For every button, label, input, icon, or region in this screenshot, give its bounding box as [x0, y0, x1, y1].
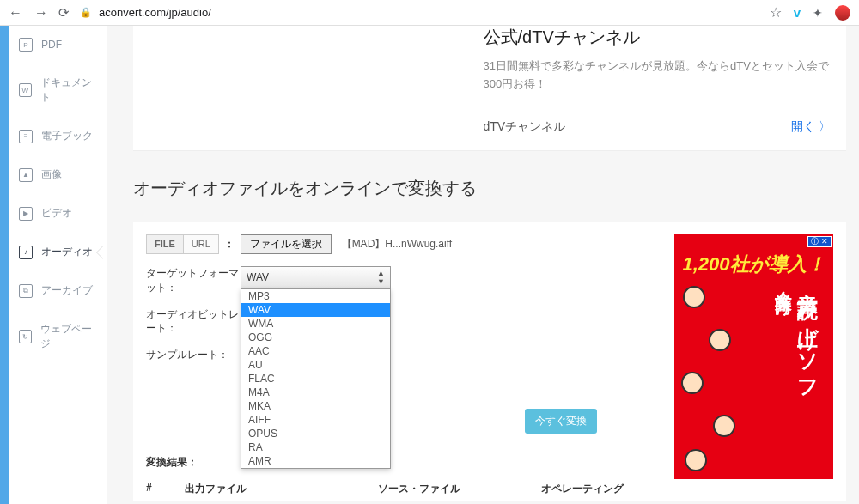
format-option-opus[interactable]: OPUS: [241, 427, 390, 440]
browser-toolbar: ← → ⟳ 🔒 aconvert.com/jp/audio/ ☆ v ✦: [0, 0, 859, 26]
tab-separator: ：: [224, 238, 235, 250]
label-sample-rate: サンプルレート：: [146, 348, 241, 362]
format-option-mp3[interactable]: MP3: [241, 289, 390, 303]
ad-character-icon: [681, 372, 704, 394]
results-label: 変換結果：: [146, 455, 674, 470]
sidebar-item-pdf[interactable]: PPDF: [9, 26, 107, 64]
ad-character-icon: [709, 329, 731, 351]
sidebar-item-image[interactable]: ▲画像: [9, 155, 107, 194]
main-area: 公式/dTVチャンネル 31日間無料で多彩なチャンネルが見放題。今ならdTVとセ…: [107, 26, 859, 504]
format-option-aiff[interactable]: AIFF: [241, 413, 390, 427]
webpage-icon: ↻: [19, 330, 32, 343]
results-header-row: # 出力ファイル ソース・ファイル オペレーティング: [133, 477, 674, 501]
format-option-au[interactable]: AU: [241, 358, 390, 372]
col-operating: オペレーティング: [541, 482, 661, 496]
caret-updown-icon: ▲▼: [377, 269, 385, 286]
col-output: 出力ファイル: [185, 482, 378, 496]
archive-icon: ⧉: [19, 284, 33, 298]
page-title: オーディオファイルをオンラインで変換する: [133, 177, 859, 200]
document-icon: W: [19, 83, 32, 97]
back-button[interactable]: ←: [9, 5, 22, 21]
sidebar-item-label: ウェブページ: [40, 322, 96, 351]
sidebar-item-ebook[interactable]: ≡電子ブック: [9, 117, 107, 155]
col-source: ソース・ファイル: [378, 482, 541, 496]
format-option-ogg[interactable]: OGG: [241, 331, 390, 344]
sidebar-item-label: アーカイブ: [41, 283, 93, 298]
col-index: #: [146, 482, 185, 496]
selected-file-name: 【MAD】H...nWwug.aiff: [342, 238, 452, 250]
format-option-wma[interactable]: WMA: [241, 317, 390, 331]
choose-file-button[interactable]: ファイルを選択: [241, 234, 332, 254]
sidebar-item-video[interactable]: ▶ビデオ: [9, 194, 107, 233]
ad-link-label: dTVチャンネル: [484, 119, 566, 135]
format-option-amr[interactable]: AMR: [241, 454, 390, 468]
sidebar-item-label: ビデオ: [41, 206, 72, 221]
convert-now-button[interactable]: 今すぐ変換: [525, 409, 597, 434]
pdf-icon: P: [19, 38, 33, 52]
chevron-right-icon: 〉: [819, 119, 831, 135]
target-format-select[interactable]: WAV ▲▼: [241, 266, 391, 288]
url-text: aconvert.com/jp/audio/: [99, 6, 211, 19]
sidebar: PPDF Wドキュメント ≡電子ブック ▲画像 ▶ビデオ ♪オーディオ ⧉アーカ…: [9, 26, 107, 504]
extensions-icon[interactable]: ✦: [813, 6, 823, 20]
ad-description: 31日間無料で多彩なチャンネルが見放題。今ならdTVとセット入会で300円お得！: [484, 58, 832, 94]
ad-vertical-text-2: 企業向け: [772, 277, 795, 311]
format-option-wav[interactable]: WAV: [241, 303, 390, 317]
ad-headline: 1,200社が導入！: [674, 252, 833, 277]
sidebar-item-label: ドキュメント: [40, 76, 96, 105]
right-ad-banner[interactable]: ⓘ ✕ 1,200社が導入！ 音声読み上げソフ 企業向け: [674, 234, 833, 479]
video-icon: ▶: [19, 207, 33, 221]
ad-vertical-text-1: 音声読み上げソフ: [794, 277, 821, 391]
ad-character-icon: [685, 449, 707, 471]
reload-button[interactable]: ⟳: [58, 5, 70, 21]
format-option-flac[interactable]: FLAC: [241, 372, 390, 386]
sidebar-item-label: PDF: [41, 39, 62, 51]
format-option-ra[interactable]: RA: [241, 440, 390, 454]
format-option-aac[interactable]: AAC: [241, 344, 390, 358]
sidebar-item-document[interactable]: Wドキュメント: [9, 64, 107, 117]
sidebar-item-archive[interactable]: ⧉アーカイブ: [9, 271, 107, 310]
sidebar-item-label: オーディオ: [41, 245, 93, 259]
profile-avatar[interactable]: [835, 5, 850, 21]
ad-close-icon[interactable]: ⓘ ✕: [807, 236, 832, 247]
tab-file[interactable]: FILE: [146, 234, 184, 254]
audio-icon: ♪: [19, 246, 33, 259]
forward-button[interactable]: →: [34, 5, 48, 21]
sidebar-item-label: 画像: [41, 167, 62, 182]
sidebar-item-webpage[interactable]: ↻ウェブページ: [9, 310, 107, 363]
ebook-icon: ≡: [19, 130, 33, 143]
address-bar[interactable]: 🔒 aconvert.com/jp/audio/: [80, 6, 759, 19]
conversion-panel: FILEURL： ファイルを選択 【MAD】H...nWwug.aiff ターゲ…: [133, 222, 846, 501]
bookmark-star-icon[interactable]: ☆: [770, 4, 782, 21]
ad-character-icon: [713, 415, 735, 437]
left-accent-strip: [0, 26, 9, 504]
tab-url[interactable]: URL: [184, 234, 219, 254]
target-format-dropdown: MP3WAVWMAOGGAACAUFLACM4AMKAAIFFOPUSRAAMR: [241, 288, 391, 469]
ad-title: 公式/dTVチャンネル: [484, 26, 832, 49]
top-ad-card[interactable]: 公式/dTVチャンネル 31日間無料で多彩なチャンネルが見放題。今ならdTVとセ…: [133, 26, 846, 151]
label-target-format: ターゲットフォーマット：: [146, 266, 241, 295]
sidebar-item-label: 電子ブック: [41, 129, 93, 143]
vimeo-extension-icon[interactable]: v: [794, 5, 801, 20]
format-option-mka[interactable]: MKA: [241, 399, 390, 413]
select-value: WAV: [247, 271, 269, 283]
image-icon: ▲: [19, 168, 33, 182]
sidebar-item-audio[interactable]: ♪オーディオ: [9, 233, 107, 271]
lock-icon: 🔒: [80, 7, 92, 18]
format-option-m4a[interactable]: M4A: [241, 386, 390, 399]
right-ad-column: ⓘ ✕ 1,200社が導入！ 音声読み上げソフ 企業向け: [674, 234, 833, 501]
ad-open-button[interactable]: 開く〉: [791, 119, 831, 135]
label-bitrate: オーディオビットレート：: [146, 307, 241, 337]
ad-character-icon: [683, 286, 705, 308]
